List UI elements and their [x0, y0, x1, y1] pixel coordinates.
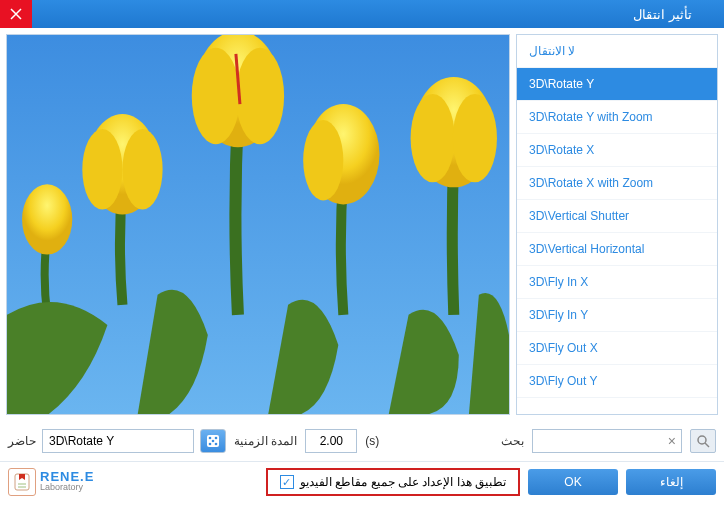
effect-item[interactable]: 3D\Fly Out Y: [517, 365, 717, 398]
logo-icon: [8, 468, 36, 496]
clear-search-button[interactable]: ×: [668, 433, 676, 449]
checkbox-icon: ✓: [280, 475, 294, 489]
preview-pane: [6, 34, 510, 415]
svg-point-15: [215, 437, 218, 440]
svg-point-18: [215, 443, 218, 446]
svg-point-11: [411, 94, 455, 182]
preview-image: [7, 35, 509, 414]
effect-item[interactable]: 3D\Vertical Shutter: [517, 200, 717, 233]
duration-unit: (s): [365, 434, 379, 448]
effect-item[interactable]: 3D\Rotate X with Zoom: [517, 167, 717, 200]
main-area: لا الانتقال3D\Rotate Y3D\Rotate Y with Z…: [0, 28, 724, 421]
close-icon: [10, 8, 22, 20]
effect-item[interactable]: 3D\Rotate X: [517, 134, 717, 167]
svg-point-12: [453, 94, 497, 182]
logo-text-1: RENE.E: [40, 471, 94, 482]
svg-point-4: [122, 129, 162, 209]
apply-all-label: تطبيق هذا الإعداد على جميع مقاطع الفيديو: [300, 475, 506, 489]
brand-logo: RENE.E Laboratory: [8, 468, 94, 496]
svg-point-6: [192, 48, 240, 144]
current-label: حاضر: [8, 434, 36, 448]
current-effect-input[interactable]: [42, 429, 194, 453]
dice-icon: [205, 433, 221, 449]
ok-button[interactable]: OK: [528, 469, 618, 495]
effect-item[interactable]: 3D\Vertical Horizontal: [517, 233, 717, 266]
svg-point-7: [236, 48, 284, 144]
titlebar: تأثير انتقال: [0, 0, 724, 28]
svg-point-3: [82, 129, 122, 209]
svg-point-1: [22, 184, 72, 254]
svg-point-16: [212, 440, 215, 443]
apply-all-checkbox[interactable]: ✓ تطبيق هذا الإعداد على جميع مقاطع الفيد…: [266, 468, 520, 496]
effects-list[interactable]: لا الانتقال3D\Rotate Y3D\Rotate Y with Z…: [516, 34, 718, 415]
search-icon: [696, 434, 710, 448]
svg-point-19: [698, 436, 706, 444]
duration-input[interactable]: [305, 429, 357, 453]
svg-point-17: [209, 443, 212, 446]
effect-item[interactable]: 3D\Rotate Y with Zoom: [517, 101, 717, 134]
duration-label: المدة الزمنية: [234, 434, 297, 448]
search-label: بحث: [501, 434, 524, 448]
effect-item[interactable]: 3D\Fly Out X: [517, 332, 717, 365]
effect-item[interactable]: 3D\Fly In Y: [517, 299, 717, 332]
effect-item[interactable]: 3D\Rotate Y: [517, 68, 717, 101]
cancel-button[interactable]: إلغاء: [626, 469, 716, 495]
svg-point-14: [209, 437, 212, 440]
search-button[interactable]: [690, 429, 716, 453]
close-button[interactable]: [0, 0, 32, 28]
window-title: تأثير انتقال: [8, 7, 716, 22]
random-button[interactable]: [200, 429, 226, 453]
effect-item[interactable]: لا الانتقال: [517, 35, 717, 68]
controls-row: حاضر المدة الزمنية (s) بحث ×: [0, 421, 724, 461]
search-input[interactable]: [532, 429, 682, 453]
footer-row: RENE.E Laboratory ✓ تطبيق هذا الإعداد عل…: [0, 461, 724, 502]
svg-point-9: [303, 120, 343, 200]
effect-item[interactable]: 3D\Fly In X: [517, 266, 717, 299]
